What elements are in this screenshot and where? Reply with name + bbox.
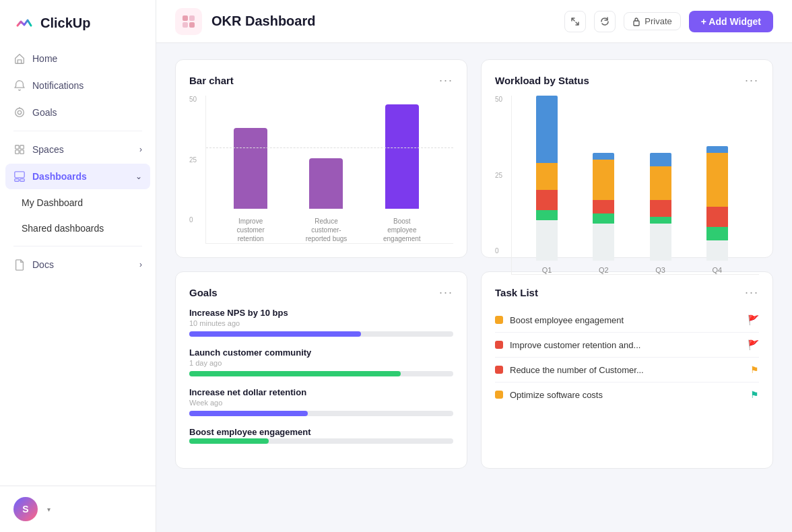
goal-3-name: Increase net dollar retention — [189, 387, 453, 397]
goal-item-4: Boost employee engagement — [189, 427, 453, 444]
sidebar-item-goals-label: Goals — [32, 107, 57, 118]
svg-point-1 — [15, 108, 24, 117]
task-1-dot — [495, 316, 503, 324]
goal-1-name: Increase NPS by 10 bps — [189, 308, 453, 318]
task-3-dot — [495, 366, 503, 374]
goal-3-time: Week ago — [189, 399, 453, 407]
stacked-bar-q1 — [533, 96, 560, 261]
svg-rect-11 — [183, 15, 188, 21]
task-list-header: Task List ··· — [495, 286, 759, 300]
sidebar-item-spaces[interactable]: Spaces › — [5, 137, 150, 162]
bar-chart-title: Bar chart — [189, 75, 234, 86]
add-widget-button[interactable]: + Add Widget — [689, 11, 773, 32]
q1-seg-yellow — [536, 163, 558, 190]
task-2-dot — [495, 341, 503, 349]
sidebar-item-docs[interactable]: Docs › — [5, 252, 150, 277]
bar-group-3: Boost employee engagement — [378, 104, 426, 243]
sidebar-item-shared-dashboards[interactable]: Shared dashboards — [5, 216, 150, 240]
refresh-icon — [600, 17, 609, 26]
q2-label: Q2 — [599, 266, 609, 274]
bell-icon — [13, 79, 26, 92]
goals-menu-button[interactable]: ··· — [439, 286, 453, 300]
task-list-card: Task List ··· Boost employee engagement … — [481, 271, 773, 469]
task-item-3[interactable]: Reduce the number of Customer... ⚑ — [495, 358, 759, 383]
sidebar-item-goals[interactable]: Goals — [5, 100, 150, 125]
avatar-chevron-icon[interactable]: ▾ — [47, 506, 51, 513]
bar-3 — [385, 104, 419, 209]
workload-q2: Q2 — [590, 153, 617, 274]
task-list-menu-button[interactable]: ··· — [745, 286, 759, 300]
sidebar-item-dashboards[interactable]: Dashboards ⌄ — [5, 164, 150, 189]
bar-chart-bars: Improve customer retention Reduce custom… — [205, 96, 453, 244]
svg-rect-5 — [20, 145, 24, 149]
q3-seg-green — [650, 217, 671, 224]
sidebar-item-notifications[interactable]: Notifications — [5, 73, 150, 98]
task-4-name: Optimize software costs — [510, 390, 603, 400]
sidebar-item-my-dashboard[interactable]: My Dashboard — [5, 191, 150, 215]
sidebar-footer: S ▾ — [0, 486, 156, 532]
svg-rect-9 — [15, 179, 19, 182]
goals-card-title: Goals — [189, 287, 218, 298]
q1-seg-gray — [536, 220, 558, 261]
q1-label: Q1 — [542, 266, 552, 274]
goal-4-progress-fill — [189, 438, 269, 444]
svg-rect-13 — [183, 22, 188, 28]
docs-chevron-icon: › — [139, 260, 142, 269]
task-item-2[interactable]: Improve customer retention and... 🚩 — [495, 333, 759, 358]
goal-3-progress-track — [189, 411, 453, 416]
task-2-flag: 🚩 — [748, 339, 759, 350]
q3-seg-red — [650, 200, 671, 217]
bar-chart-header: Bar chart ··· — [189, 73, 453, 88]
expand-button[interactable] — [564, 11, 586, 32]
svg-rect-12 — [189, 15, 195, 21]
q4-label: Q4 — [713, 266, 723, 274]
goal-1-progress-fill — [189, 331, 361, 337]
sidebar-item-my-dashboard-label: My Dashboard — [22, 197, 83, 208]
sidebar-item-dashboards-label: Dashboards — [32, 171, 87, 182]
target-icon — [13, 106, 26, 119]
workload-chart-header: Workload by Status ··· — [495, 73, 759, 88]
stacked-bar-q3 — [647, 153, 674, 261]
q4-seg-gray — [706, 240, 728, 261]
workload-y-mid: 25 — [495, 172, 502, 179]
bar-label-3: Boost employee engagement — [378, 217, 426, 243]
sidebar-item-docs-label: Docs — [32, 259, 54, 270]
sidebar-navigation: Home Notifications Goals Spaces › Dashbo… — [0, 46, 156, 486]
workload-y-max: 50 — [495, 96, 502, 103]
header-actions: Private + Add Widget — [564, 11, 773, 32]
svg-rect-15 — [634, 21, 639, 26]
svg-point-2 — [18, 110, 21, 114]
sidebar-item-home[interactable]: Home — [5, 46, 150, 71]
task-item-1[interactable]: Boost employee engagement 🚩 — [495, 308, 759, 333]
svg-rect-0 — [13, 12, 35, 34]
workload-chart-menu-button[interactable]: ··· — [745, 73, 759, 88]
goal-item-2: Launch customer community 1 day ago — [189, 347, 453, 376]
q4-seg-yellow — [706, 153, 728, 207]
private-badge[interactable]: Private — [624, 12, 680, 30]
q3-seg-gray — [650, 224, 671, 261]
goals-card-header: Goals ··· — [189, 286, 453, 300]
q1-seg-red — [536, 190, 558, 210]
svg-rect-7 — [20, 150, 24, 154]
spaces-chevron-icon: › — [139, 145, 142, 154]
q3-seg-blue — [650, 153, 671, 166]
workload-y-labels: 50 25 0 — [495, 96, 502, 255]
layout-icon — [13, 170, 26, 182]
sidebar-item-home-label: Home — [32, 53, 57, 64]
bar-1 — [234, 128, 267, 209]
task-1-name: Boost employee engagement — [510, 315, 624, 325]
chart-dashed-line — [206, 147, 453, 148]
user-avatar[interactable]: S — [13, 497, 38, 521]
app-logo[interactable]: ClickUp — [0, 0, 156, 46]
task-3-flag: ⚑ — [750, 364, 759, 375]
refresh-button[interactable] — [594, 11, 616, 32]
workload-q4: Q4 — [704, 146, 731, 274]
page-header: OKR Dashboard Private + Add Widget — [156, 0, 792, 43]
bar-chart-menu-button[interactable]: ··· — [439, 73, 453, 88]
goal-2-progress-fill — [189, 371, 401, 376]
app-name: ClickUp — [40, 15, 90, 31]
bar-chart-y-labels: 50 25 0 — [189, 96, 197, 224]
svg-rect-8 — [15, 172, 24, 178]
task-item-4[interactable]: Optimize software costs ⚑ — [495, 383, 759, 407]
goal-4-progress-track — [189, 438, 453, 444]
